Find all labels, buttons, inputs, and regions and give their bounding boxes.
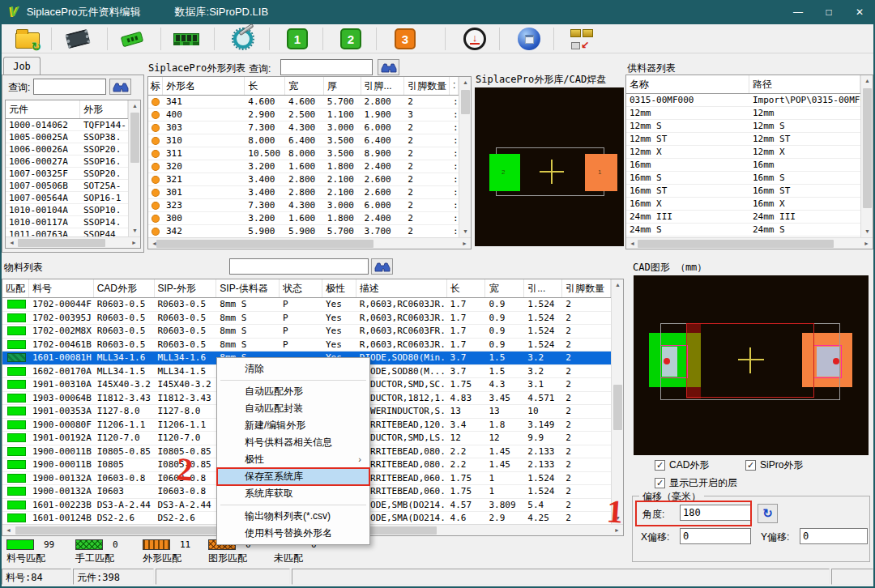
table-row[interactable]: 1005-00025A SSOP38. (6, 131, 128, 143)
table-row[interactable]: 1010-00104A SSOP10. (6, 204, 128, 216)
x-offset-input[interactable] (680, 528, 751, 544)
step2-button[interactable]: 2 (336, 26, 365, 52)
column-header[interactable]: 描述 (356, 279, 447, 297)
feeder-horizontal-scrollbar[interactable]: ◄ ► (626, 237, 873, 249)
material-vertical-scrollbar[interactable]: ▲ ▼ (611, 279, 623, 524)
column-header[interactable]: 匹配 (2, 279, 29, 297)
column-header[interactable]: 极性 (322, 279, 356, 297)
maximize-button[interactable]: □ (813, 0, 844, 24)
open-folder-button[interactable]: ↻ (13, 26, 42, 52)
material-search-button[interactable] (371, 258, 393, 275)
column-header[interactable]: SIP-外形 (155, 279, 217, 297)
table-row[interactable]: 1006-00027A SSOP16. (6, 156, 128, 168)
table-row[interactable]: 320 3.200 1.600 1.800 2.400 2 : (148, 160, 459, 173)
table-row[interactable]: 24mm S 24mm S (626, 224, 860, 236)
table-row[interactable]: 12mm ST 12mm ST (626, 133, 860, 146)
job-vertical-scrollbar[interactable]: ▲ ▼ (128, 100, 140, 236)
column-header[interactable]: 引脚数量 (404, 77, 450, 95)
table-row[interactable]: 323 7.300 4.300 3.000 6.000 2 : (148, 199, 459, 212)
menu-item[interactable]: 清除 (217, 360, 369, 377)
table-row[interactable]: 12mm S 12mm S (626, 120, 860, 133)
column-header[interactable]: 外形名 (163, 77, 245, 95)
column-header[interactable]: 名称 (626, 75, 749, 93)
table-row[interactable]: 16mm X 16mm X (626, 198, 860, 211)
column-header[interactable]: SIP-供料器 (216, 279, 280, 297)
table-row[interactable]: 342 5.900 5.900 5.700 3.700 2 : (148, 225, 459, 237)
column-header[interactable]: 厚 (324, 77, 361, 95)
table-row[interactable]: 1007-00325F SSOP20. (6, 168, 128, 180)
checkbox-show-layers[interactable]: ✓ 显示已开启的层 (655, 476, 737, 490)
checkbox-sipro-shape[interactable]: ✓ SiPro外形 (745, 458, 803, 472)
menu-item[interactable]: 自动匹配外形 (217, 383, 369, 400)
table-row[interactable]: 1702-002M8X R0603-0.5 R0603-0.5 8mm S P … (2, 325, 611, 339)
table-row[interactable]: 311 10.500 8.000 3.500 8.900 2 : (148, 147, 459, 160)
job-search-button[interactable] (109, 79, 131, 95)
y-offset-input[interactable] (800, 528, 868, 544)
table-row[interactable]: 1702-00044F R0603-0.5 R0603-0.5 8mm S P … (2, 298, 611, 312)
table-row[interactable]: 24mm III 24mm III (626, 211, 860, 224)
table-row[interactable]: 301 3.400 2.800 2.100 2.600 2 : (148, 186, 459, 199)
table-row[interactable]: 1006-00026A SSOP20. (6, 143, 128, 156)
column-header[interactable]: CAD外形 (94, 279, 155, 297)
menu-item[interactable]: 极性 › (217, 451, 369, 468)
minimize-button[interactable]: — (783, 0, 813, 24)
column-header[interactable]: 状态 (280, 279, 322, 297)
table-row[interactable]: 1702-00395J R0603-0.5 R0603-0.5 8mm S P … (2, 312, 611, 326)
column-header[interactable]: 引脚... (361, 77, 405, 95)
column-header[interactable]: 元件 (6, 100, 80, 118)
column-header[interactable]: 标 (148, 77, 163, 95)
step1-button[interactable]: 1 (283, 26, 312, 52)
table-row[interactable]: 16mm S 16mm S (626, 172, 860, 185)
settings-button[interactable] (228, 26, 258, 52)
column-header[interactable]: 宽 (285, 77, 324, 95)
column-header[interactable]: 宽 (485, 279, 524, 297)
menu-item[interactable]: 输出物料列表(*.csv) (217, 508, 369, 525)
column-header[interactable]: 引脚数量 (562, 279, 611, 297)
shape-search-input[interactable] (280, 59, 373, 75)
menu-item[interactable] (217, 377, 369, 383)
table-row[interactable]: 1010-00117A SSOP14. (6, 216, 128, 228)
column-header[interactable]: 路径 (749, 75, 860, 93)
column-header[interactable]: 料号 (29, 279, 94, 297)
menu-item[interactable]: 新建/编辑外形 (217, 417, 369, 434)
step3-button[interactable]: 3 (391, 26, 420, 52)
column-header[interactable]: 外形 (80, 100, 128, 118)
shape-vertical-scrollbar[interactable]: ▲ ▼ (459, 77, 471, 237)
table-row[interactable]: 310 8.000 6.400 3.500 6.400 2 : (148, 134, 459, 147)
table-row[interactable]: 303 7.300 4.300 3.000 6.000 2 : (148, 121, 459, 134)
import-button[interactable]: ↓ (460, 26, 489, 52)
column-header[interactable]: 长 (245, 77, 285, 95)
checkbox-cad-shape[interactable]: ✓ CAD外形 (655, 458, 709, 472)
rotate-icon[interactable]: ↻ (758, 504, 778, 523)
table-row[interactable]: 12mm 12mm (626, 107, 860, 120)
table-row[interactable]: 1007-00506B SOT25A- (6, 180, 128, 192)
table-row[interactable]: 300 3.200 1.600 1.800 2.400 2 : (148, 212, 459, 225)
menu-item[interactable]: 使用料号替换外形名 (217, 525, 369, 542)
column-header[interactable]: 长 (447, 279, 486, 297)
job-horizontal-scrollbar[interactable]: ◄ ► (6, 236, 140, 248)
menu-item[interactable]: 料号供料器相关信息 (217, 434, 369, 451)
column-header[interactable]: 引... (524, 279, 562, 297)
table-row[interactable]: 1007-00564A SOP16-1 (6, 192, 128, 204)
table-row[interactable]: 321 3.400 2.800 2.100 2.600 2 : (148, 173, 459, 186)
shape-search-button[interactable] (378, 59, 399, 75)
job-search-input[interactable] (33, 79, 106, 95)
menu-item[interactable]: 系统库获取 (217, 485, 369, 502)
table-row[interactable]: 16mm ST 16mm ST (626, 185, 860, 198)
tab-job[interactable]: Job (3, 57, 41, 75)
material-search-input[interactable] (229, 258, 369, 275)
table-row[interactable]: 1000-014062 TQFP144- (6, 119, 128, 131)
table-row[interactable]: 400 2.900 2.500 1.100 1.900 3 : (148, 109, 459, 121)
column-header[interactable]: : (450, 77, 459, 95)
shape-horizontal-scrollbar[interactable]: ◄ ► (148, 237, 471, 249)
table-row[interactable]: 12mm X 12mm X (626, 146, 860, 159)
table-row[interactable]: 0315-00MF000 Import\POP\0315-00MF000 (626, 94, 860, 107)
table-row[interactable]: 1702-00461B R0603-0.5 R0603-0.5 8mm S P … (2, 339, 611, 352)
small-chip-button[interactable] (117, 26, 147, 52)
menu-item[interactable]: 自动匹配封装 (217, 400, 369, 417)
menu-item[interactable]: 保存至系统库 (217, 468, 369, 485)
table-row[interactable]: 341 4.600 4.600 5.700 2.800 2 : (148, 96, 459, 109)
component-chip-button[interactable] (63, 26, 92, 52)
close-button[interactable]: ✕ (844, 0, 875, 24)
ram-module-button[interactable] (172, 26, 201, 52)
